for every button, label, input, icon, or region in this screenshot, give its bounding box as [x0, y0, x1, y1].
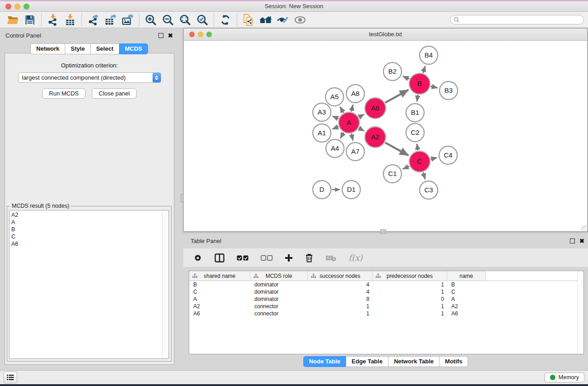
- task-history-button[interactable]: [4, 372, 17, 383]
- column-header-predecessor-nodes[interactable]: predecessor nodes: [373, 271, 447, 281]
- float-panel-icon[interactable]: [158, 33, 163, 38]
- graph-node-C4[interactable]: C4: [439, 146, 457, 164]
- import-table-icon[interactable]: [62, 13, 79, 27]
- column-header-name[interactable]: name: [447, 271, 486, 281]
- search-field[interactable]: [450, 15, 584, 24]
- graph-edge-A-A3[interactable]: [332, 116, 338, 119]
- table-settings-gear-icon[interactable]: [193, 253, 202, 262]
- zoom-in-icon[interactable]: [142, 13, 159, 27]
- table-row[interactable]: Cdominator41C: [189, 288, 583, 295]
- tab-style[interactable]: Style: [65, 43, 91, 54]
- apply-layout-icon[interactable]: [217, 13, 234, 27]
- graph-node-B3[interactable]: B3: [440, 81, 458, 100]
- graph-node-A4[interactable]: A4: [326, 139, 344, 157]
- graph-edge-A-A1[interactable]: [332, 127, 338, 129]
- save-session-icon[interactable]: [21, 13, 38, 27]
- table-row[interactable]: A6connector11A6: [189, 310, 583, 317]
- table-row[interactable]: Adominator80A: [189, 295, 583, 303]
- list-item[interactable]: B: [11, 226, 161, 233]
- zoom-fit-icon[interactable]: [177, 13, 194, 27]
- vertical-splitter-handle[interactable]: [181, 194, 184, 202]
- tab-network-table[interactable]: Network Table: [388, 356, 440, 367]
- graph-node-A6[interactable]: A6: [365, 98, 386, 119]
- close-panel-icon[interactable]: ✖: [168, 33, 173, 38]
- tab-motifs[interactable]: Motifs: [439, 356, 468, 367]
- open-file-icon[interactable]: [4, 13, 21, 27]
- graph-node-A2[interactable]: A2: [365, 127, 386, 148]
- tab-node-table[interactable]: Node Table: [303, 356, 346, 367]
- create-column-plus-icon[interactable]: [285, 254, 293, 262]
- tab-network[interactable]: Network: [30, 43, 65, 54]
- tab-edge-table[interactable]: Edge Table: [346, 356, 388, 367]
- graph-edge-A6-B[interactable]: [385, 90, 409, 103]
- graph-edge-C-C1[interactable]: [403, 166, 409, 169]
- graph-node-B1[interactable]: B1: [406, 104, 424, 122]
- tab-select[interactable]: Select: [90, 43, 119, 54]
- graph-node-A8[interactable]: A8: [346, 85, 364, 103]
- graph-node-D1[interactable]: D1: [342, 181, 360, 199]
- column-header-MCDS-role[interactable]: MCDS role: [250, 271, 308, 281]
- graph-node-A1[interactable]: A1: [313, 124, 331, 142]
- graph-node-A3[interactable]: A3: [313, 103, 331, 121]
- graph-node-A5[interactable]: A5: [325, 88, 344, 106]
- new-network-from-selection-icon[interactable]: [240, 13, 257, 27]
- zoom-selected-icon[interactable]: [194, 13, 211, 27]
- unselect-all-columns-icon[interactable]: [261, 255, 272, 261]
- memory-button[interactable]: Memory: [545, 372, 584, 382]
- graph-node-A7[interactable]: A7: [346, 143, 364, 161]
- export-network-icon[interactable]: [85, 13, 102, 27]
- graph-edge-C-C2[interactable]: [417, 144, 418, 151]
- show-graphics-details-icon[interactable]: [274, 13, 292, 27]
- graph-edge-A-A6[interactable]: [359, 114, 364, 117]
- graph-node-B4[interactable]: B4: [420, 46, 438, 64]
- graph-edge-A-A2[interactable]: [359, 128, 364, 131]
- graph-node-C2[interactable]: C2: [406, 124, 424, 142]
- delete-column-trash-icon[interactable]: [305, 253, 313, 262]
- graph-node-B2[interactable]: B2: [383, 62, 402, 81]
- graph-edge-C-C4[interactable]: [430, 157, 437, 159]
- network-canvas[interactable]: B4B2BB3A8A5A6A3B1AA1C2A2A4A7C4CC1C3DD1: [184, 41, 587, 232]
- tab-mcds[interactable]: MCDS: [119, 43, 148, 54]
- import-network-icon[interactable]: [44, 13, 62, 27]
- graph-node-B[interactable]: B: [409, 73, 430, 94]
- float-table-panel-icon[interactable]: [570, 238, 575, 243]
- graph-node-A[interactable]: A: [339, 112, 359, 133]
- export-table-icon[interactable]: [102, 13, 119, 27]
- graph-edge-B-B1[interactable]: [417, 95, 418, 102]
- table-row[interactable]: Bdominator41B: [189, 281, 583, 288]
- graph-edge-A2-C[interactable]: [385, 143, 409, 155]
- graph-edge-C-C3[interactable]: [423, 172, 425, 179]
- graph-node-C1[interactable]: C1: [383, 165, 402, 183]
- mcds-result-scrollbar[interactable]: [162, 210, 168, 358]
- graph-edge-A-A7[interactable]: [351, 133, 353, 140]
- list-item[interactable]: A: [11, 219, 161, 226]
- graph-node-D[interactable]: D: [313, 181, 331, 199]
- optimization-criterion-select[interactable]: largest connected component (directed): [18, 72, 161, 83]
- mcds-result-list[interactable]: A2ABCA6: [9, 210, 169, 359]
- graph-node-C[interactable]: C: [409, 151, 430, 172]
- list-item[interactable]: A6: [11, 240, 161, 248]
- hide-graphics-details-icon[interactable]: [292, 13, 309, 27]
- table-row[interactable]: A2connector11A2: [189, 303, 583, 310]
- search-input[interactable]: [462, 16, 580, 24]
- graph-edge-A-A5[interactable]: [340, 107, 344, 113]
- graph-edge-B-B2[interactable]: [403, 76, 409, 79]
- column-header-successor-nodes[interactable]: successor nodes: [308, 271, 373, 281]
- graph-edge-A-A4[interactable]: [340, 133, 344, 138]
- export-image-icon[interactable]: [119, 13, 136, 27]
- select-all-columns-icon[interactable]: [237, 255, 249, 261]
- column-header-shared-name[interactable]: shared name: [189, 271, 250, 281]
- close-panel-button[interactable]: Close panel: [92, 88, 137, 99]
- zoom-out-icon[interactable]: [159, 13, 177, 27]
- graph-node-C3[interactable]: C3: [420, 181, 438, 199]
- resize-grip-icon[interactable]: [581, 225, 587, 231]
- list-item[interactable]: C: [11, 233, 161, 240]
- table-scrollbar[interactable]: [577, 271, 583, 354]
- graph-edge-B-B3[interactable]: [430, 86, 437, 88]
- graph-edge-B-B4[interactable]: [423, 66, 425, 73]
- split-table-view-icon[interactable]: [215, 253, 225, 262]
- run-mcds-button[interactable]: Run MCDS: [42, 88, 86, 99]
- horizontal-splitter-handle[interactable]: [380, 229, 386, 234]
- first-neighbors-icon[interactable]: [257, 13, 274, 27]
- close-table-panel-icon[interactable]: ✖: [579, 238, 584, 244]
